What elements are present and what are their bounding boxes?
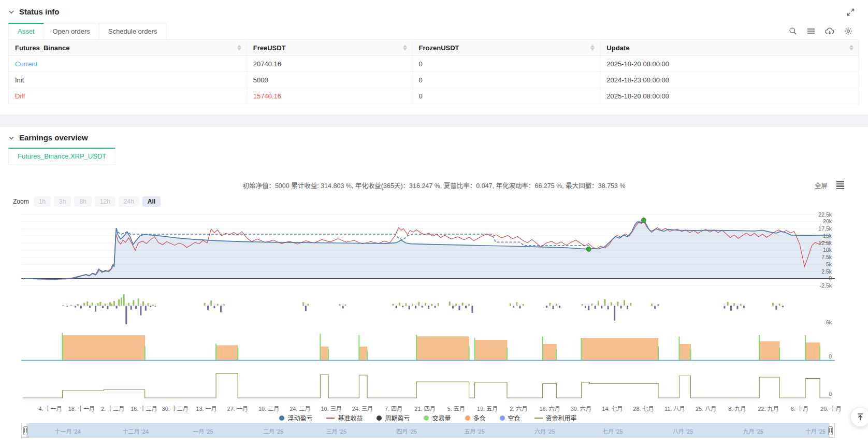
sorter-icon[interactable] <box>403 45 407 51</box>
navigator-month-label: 十一月 '24 <box>54 427 80 435</box>
row-label-diff: Diff <box>15 92 25 100</box>
frozen-usdt-value: 0 <box>419 92 423 100</box>
svg-text:17.5k: 17.5k <box>818 225 832 232</box>
navigator-month-label: 七月 '25 <box>602 427 623 435</box>
sorter-icon[interactable] <box>849 45 853 51</box>
svg-text:-6k: -6k <box>824 319 832 325</box>
update-time-value: 2024-10-23 00:00:00 <box>606 76 669 84</box>
legend-item-多仓[interactable]: 多仓 <box>465 413 486 422</box>
fullscreen-button[interactable]: 全屏 <box>815 180 828 190</box>
legend-item-基准收益[interactable]: 基准收益 <box>326 413 363 422</box>
back-to-top-button[interactable] <box>850 407 868 427</box>
svg-text:10k: 10k <box>823 247 832 253</box>
free-usdt-value: 15740.16 <box>253 92 281 100</box>
chart-navigator[interactable]: 十一月 '24十二月 '24一月 '25二月 '25三月 '25四月 '25五月… <box>21 423 835 438</box>
svg-text:5k: 5k <box>826 261 832 267</box>
legend-dot-icon <box>377 416 382 421</box>
navigator-month-label: 五月 '25 <box>464 427 484 435</box>
funding-rate-chart[interactable]: 0 <box>21 368 835 401</box>
gear-icon[interactable] <box>844 27 852 35</box>
legend-label: 空仓 <box>508 413 520 422</box>
svg-text:2.5k: 2.5k <box>821 268 832 275</box>
chevron-down-icon[interactable] <box>8 9 15 15</box>
column-header-freeusdt: FreeUSDT <box>247 40 412 56</box>
navigator-month-label: 六月 '25 <box>534 427 555 435</box>
zoom-button-all[interactable]: All <box>142 196 161 207</box>
chart-stats-text: 初始净值：5000 累计收益: 314.803 %, 年化收益(365天)：31… <box>242 182 625 190</box>
zoom-button-12h[interactable]: 12h <box>95 196 115 207</box>
legend-item-浮动盈亏[interactable]: 浮动盈亏 <box>279 413 312 422</box>
zoom-button-1h[interactable]: 1h <box>34 196 51 207</box>
legend-item-交易量[interactable]: 交易量 <box>424 413 451 422</box>
legend-line-icon <box>534 418 543 419</box>
x-tick-label: 20. 十月 <box>810 404 851 412</box>
legend-label: 多仓 <box>473 413 486 422</box>
chevron-down-icon[interactable] <box>8 135 15 141</box>
chart-context-menu-icon[interactable] <box>836 181 844 189</box>
navigator-right-handle[interactable] <box>828 426 833 435</box>
free-usdt-value: 20740.16 <box>253 60 281 68</box>
earnings-chart: 22.5k20k17.5k15k12.5k10k7.5k5k2.5k0-2.5k… <box>8 210 860 438</box>
legend-item-周期盈亏[interactable]: 周期盈亏 <box>377 413 410 422</box>
tab-asset[interactable]: Asset <box>8 23 44 40</box>
section-title-status: Status info <box>19 7 60 16</box>
legend-item-空仓[interactable]: 空仓 <box>500 413 520 422</box>
free-usdt-value: 5000 <box>253 76 268 84</box>
frozen-usdt-value: 0 <box>419 76 423 84</box>
svg-text:-2.5k: -2.5k <box>820 282 832 288</box>
svg-text:22.5k: 22.5k <box>818 211 832 218</box>
svg-text:15k: 15k <box>823 233 832 239</box>
navigator-month-label: 十二月 '24 <box>123 427 149 435</box>
navigator-month-label: 八月 '25 <box>673 427 693 435</box>
frozen-usdt-value: 0 <box>419 60 423 68</box>
navigator-left-handle[interactable] <box>23 426 28 435</box>
svg-text:12.5k: 12.5k <box>818 240 832 246</box>
legend-label: 周期盈亏 <box>385 413 410 422</box>
svg-text:20k: 20k <box>823 218 832 224</box>
column-header-update: Update <box>600 40 859 56</box>
sorter-icon[interactable] <box>590 45 595 51</box>
svg-text:7.5k: 7.5k <box>821 254 832 260</box>
legend-label: 基准收益 <box>338 413 363 422</box>
list-icon[interactable] <box>807 27 815 35</box>
legend-item-资金利用率[interactable]: 资金利用率 <box>534 413 577 422</box>
volume-position-chart[interactable]: 0 <box>21 331 835 364</box>
tab-open-orders[interactable]: Open orders <box>44 23 99 40</box>
sorter-icon[interactable] <box>237 45 241 51</box>
update-time-value: 2025-10-20 08:00:00 <box>606 60 669 68</box>
legend-line-icon <box>326 418 335 419</box>
search-icon[interactable] <box>789 27 797 35</box>
period-pnl-chart[interactable]: -6k <box>21 292 835 326</box>
update-time-value: 2025-10-20 08:00:00 <box>606 92 669 100</box>
chart-legend: 浮动盈亏基准收益周期盈亏交易量多仓空仓资金利用率 <box>21 413 835 422</box>
cloud-download-icon[interactable] <box>825 27 834 35</box>
expand-icon[interactable] <box>847 8 855 16</box>
table-row: Init500002024-10-23 00:00:00 <box>9 72 859 88</box>
legend-dot-icon <box>424 416 429 421</box>
column-header-futures_binance: Futures_Binance <box>9 40 247 56</box>
navigator-month-label: 十月 '25 <box>805 427 826 435</box>
tab-futures-binance-xrp-usdt[interactable]: Futures_Binance.XRP_USDT <box>8 148 115 165</box>
zoom-button-8h[interactable]: 8h <box>74 196 91 207</box>
tab-schedule-orders[interactable]: Schedule orders <box>99 23 167 40</box>
section-title-earnings: Earnings overview <box>19 133 88 142</box>
asset-table: Futures_BinanceFreeUSDTFrozenUSDTUpdate … <box>8 39 859 104</box>
zoom-button-24h[interactable]: 24h <box>119 196 139 207</box>
zoom-label: Zoom <box>13 198 29 205</box>
navigator-month-label: 九月 '25 <box>743 427 763 435</box>
navigator-month-label: 四月 '25 <box>396 427 416 435</box>
table-row: Current20740.1602025-10-20 08:00:00 <box>9 56 859 72</box>
earnings-section: Earnings overview Futures_Binance.XRP_US… <box>0 127 868 438</box>
table-row: Diff15740.1602025-10-20 08:00:00 <box>9 88 859 104</box>
section-divider <box>0 114 868 127</box>
legend-label: 浮动盈亏 <box>287 413 312 422</box>
zoom-button-3h[interactable]: 3h <box>54 196 71 207</box>
status-tabs: AssetOpen ordersSchedule orders <box>8 23 166 40</box>
page: Status info AssetOpen ordersSchedule ord… <box>0 0 868 444</box>
svg-text:0: 0 <box>829 353 832 360</box>
legend-dot-icon <box>465 416 470 421</box>
svg-text:0: 0 <box>829 391 832 397</box>
row-label-current[interactable]: Current <box>15 60 37 68</box>
main-chart[interactable]: 22.5k20k17.5k15k12.5k10k7.5k5k2.5k0-2.5k <box>21 210 835 288</box>
status-info-section: Status info AssetOpen ordersSchedule ord… <box>0 0 868 104</box>
